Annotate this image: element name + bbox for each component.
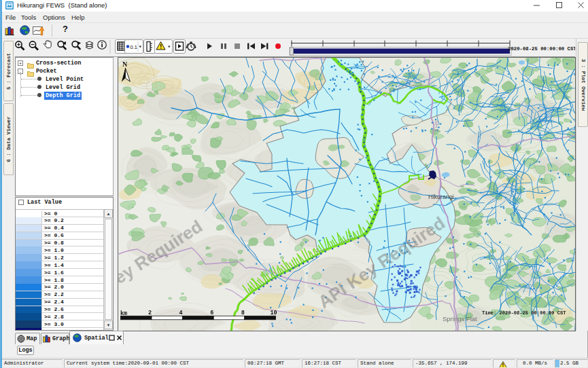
svg-text:2020-08-25 00:00:00 CST: 2020-08-25 00:00:00 CST [508, 46, 575, 52]
svg-text:10: 10 [270, 310, 277, 316]
svg-text:0.1: 0.1 [131, 44, 137, 50]
svg-text:Springs Flat: Springs Flat [443, 315, 477, 323]
svg-text:km: km [120, 310, 127, 317]
svg-text:Time: 2020-08-25 00:00:00 CST: Time: 2020-08-25 00:00:00 CST [482, 310, 566, 316]
svg-text:2: 2 [148, 310, 152, 316]
svg-text:N: N [122, 60, 128, 68]
svg-text:SH 1: SH 1 [434, 120, 440, 132]
svg-text:6: 6 [210, 310, 213, 316]
svg-text:Hikurangi: Hikurangi [428, 194, 454, 200]
svg-text:4: 4 [179, 310, 183, 316]
svg-text:8: 8 [241, 310, 245, 316]
